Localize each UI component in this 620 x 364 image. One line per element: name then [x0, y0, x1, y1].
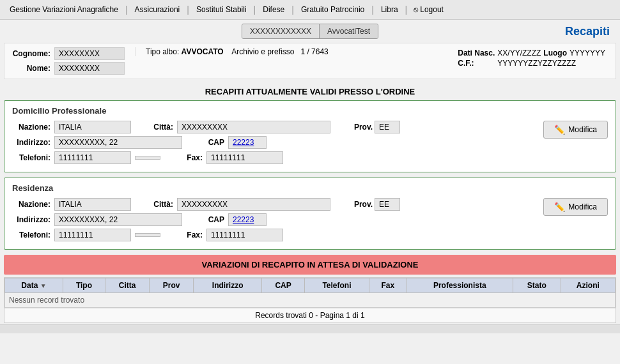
domicilio-modifica-button[interactable]: ✏️ Modifica: [543, 121, 608, 139]
res-fax-label: Fax:: [164, 231, 203, 239]
res-cap-value: 22223: [228, 213, 267, 226]
dom-prov-label: Prov.: [334, 123, 373, 132]
domicilio-row2: Indirizzo: XXXXXXXXX, 22 CAP 22223: [12, 136, 543, 149]
header-area: XXXXXXXXXXXX AvvocatiTest Recapiti: [0, 20, 620, 43]
col-fax: Fax: [369, 278, 407, 293]
res-citta-value: XXXXXXXXX: [177, 198, 330, 211]
sort-data-icon[interactable]: ▼: [40, 282, 47, 289]
col-professionista: Professionista: [407, 278, 513, 293]
col-prov: Prov: [150, 278, 194, 293]
recapiti-title: Recapiti: [565, 25, 610, 38]
info-middle: Tipo albo: AVVOCATO Archivio e prefisso …: [135, 47, 329, 56]
res-fax-value: 11111111: [206, 229, 283, 241]
pencil-icon: ✏️: [554, 125, 565, 135]
res-nazione-label: Nazione:: [12, 200, 50, 209]
residenza-row2: Indirizzo: XXXXXXXXX, 22 CAP 22223: [12, 213, 543, 226]
menu-libra[interactable]: Libra: [375, 3, 404, 17]
dom-cap-label: CAP: [186, 138, 224, 147]
dom-citta-value: XXXXXXXXX: [177, 121, 330, 133]
res-prov-box: Prov. EE: [334, 198, 400, 211]
cognome-label: Cognome:: [12, 49, 50, 58]
archivio-value: 1 / 7643: [300, 47, 328, 56]
col-tipo: Tipo: [63, 278, 105, 293]
cf-value: YYYYYYZZYZZYZZZZ: [497, 59, 605, 68]
tipo-albo-row: Tipo albo: AVVOCATO Archivio e prefisso …: [146, 47, 329, 56]
res-prov-label: Prov.: [334, 200, 373, 209]
menu-bar: Gestione Variazioni Anagrafiche | Assicu…: [0, 0, 620, 20]
dom-cap-value: 22223: [228, 136, 267, 149]
res-cap-label: CAP: [186, 215, 224, 224]
domicilio-row1: Nazione: ITALIA Città: XXXXXXXXX Prov. E…: [12, 121, 543, 133]
menu-sostituti[interactable]: Sostituti Stabili: [190, 3, 252, 17]
res-tel-value: 11111111: [54, 229, 131, 241]
res-citta-label: Città:: [135, 200, 173, 209]
col-indirizzo: Indirizzo: [194, 278, 262, 293]
menu-assicurazioni[interactable]: Assicurazioni: [129, 3, 186, 17]
data-table-container: Data ▼ Tipo Citta Prov Indirizzo CAP Tel…: [4, 277, 616, 323]
domicilio-title: Domicilio Professionale: [12, 106, 608, 116]
variations-table: Data ▼ Tipo Citta Prov Indirizzo CAP Tel…: [4, 278, 616, 308]
pending-banner: VARIAZIONI DI RECAPITO IN ATTESA DI VALI…: [4, 255, 616, 275]
data-nasc-label: Dati Nasc.: [458, 49, 495, 57]
res-indirizzo-label: Indirizzo:: [12, 215, 50, 224]
table-header-row: Data ▼ Tipo Citta Prov Indirizzo CAP Tel…: [5, 278, 616, 293]
no-record-row: Nessun record trovato: [5, 293, 616, 308]
menu-difese[interactable]: Difese: [257, 3, 290, 17]
archivio-label: Archivio e prefisso: [231, 47, 294, 56]
pencil-icon-2: ✏️: [554, 202, 565, 212]
res-tel-value2: [135, 233, 160, 237]
cognome-field: Cognome: XXXXXXXX: [12, 47, 125, 60]
dom-indirizzo-value: XXXXXXXXX, 22: [54, 136, 182, 149]
domicilio-fields: Nazione: ITALIA Città: XXXXXXXXX Prov. E…: [12, 121, 543, 167]
residenza-card: Residenza Nazione: ITALIA Città: XXXXXXX…: [4, 178, 616, 250]
residenza-title: Residenza: [12, 183, 608, 193]
luogo-label: Luogo: [543, 49, 567, 57]
dom-tel-value: 11111111: [54, 151, 131, 164]
dom-nazione-label: Nazione:: [12, 123, 50, 132]
dom-nazione-value: ITALIA: [54, 121, 131, 133]
residenza-row3: Telefoni: 11111111 Fax: 11111111: [12, 229, 543, 241]
dom-fax-label: Fax:: [164, 153, 203, 162]
person-info-row: Cognome: XXXXXXXX Nome: XXXXXXXX Tipo al…: [4, 43, 616, 79]
res-indirizzo-value: XXXXXXXXX, 22: [54, 213, 182, 226]
col-telefoni: Telefoni: [304, 278, 369, 293]
residenza-fields: Nazione: ITALIA Città: XXXXXXXXX Prov. E…: [12, 198, 543, 244]
res-tel-label: Telefoni:: [12, 231, 50, 239]
tipo-albo-value: AVVOCATO: [182, 47, 224, 56]
nome-value: XXXXXXXX: [54, 62, 125, 75]
name-fields: Cognome: XXXXXXXX Nome: XXXXXXXX: [12, 47, 125, 75]
tipo-albo-label: Tipo albo:: [146, 47, 179, 56]
res-nazione-value: ITALIA: [54, 198, 131, 211]
residenza-modifica-button[interactable]: ✏️ Modifica: [543, 198, 608, 216]
menu-gratuito[interactable]: Gratuito Patrocinio: [295, 3, 370, 17]
dom-tel-label: Telefoni:: [12, 153, 50, 162]
luogo-value: YYYYYYY: [570, 49, 605, 57]
dom-prov-value: EE: [375, 121, 400, 133]
dom-prov-box: Prov. EE: [334, 121, 400, 133]
nome-field: Nome: XXXXXXXX: [12, 62, 125, 75]
dom-citta-label: Città:: [135, 123, 173, 132]
domicilio-row3: Telefoni: 11111111 Fax: 11111111: [12, 151, 543, 164]
dom-fax-value: 11111111: [206, 151, 283, 164]
cf-label: C.F.:: [458, 59, 495, 68]
domicilio-card: Domicilio Professionale Nazione: ITALIA …: [4, 100, 616, 172]
domicilio-content: Nazione: ITALIA Città: XXXXXXXXX Prov. E…: [12, 121, 608, 167]
cognome-value: XXXXXXXX: [54, 47, 125, 60]
archive-field: XXXXXXXXXXXX: [242, 24, 320, 38]
search-bar: XXXXXXXXXXXX AvvocatiTest: [242, 24, 378, 39]
table-footer: Records trovati 0 - Pagina 1 di 1: [4, 308, 616, 322]
col-citta: Citta: [105, 278, 150, 293]
res-prov-value: EE: [375, 198, 400, 211]
nome-label: Nome:: [12, 64, 50, 73]
menu-gestione[interactable]: Gestione Variazioni Anagrafiche: [4, 3, 124, 17]
col-azioni: Azioni: [561, 278, 615, 293]
logout-icon: ⎋: [414, 5, 418, 14]
data-nasc-value: XX/YY/ZZZZ: [497, 49, 541, 57]
col-cap: CAP: [262, 278, 305, 293]
name-field: AvvocatiTest: [320, 24, 378, 38]
scroll-bar[interactable]: [0, 324, 620, 333]
info-right: Dati Nasc. XX/YY/ZZZZ Luogo YYYYYYY C.F.…: [455, 47, 608, 69]
section-title: RECAPITI ATTUALMENTE VALIDI PRESSO L'ORD…: [0, 82, 620, 100]
menu-logout[interactable]: ⎋ Logout: [408, 3, 449, 16]
residenza-row1: Nazione: ITALIA Città: XXXXXXXXX Prov. E…: [12, 198, 543, 211]
